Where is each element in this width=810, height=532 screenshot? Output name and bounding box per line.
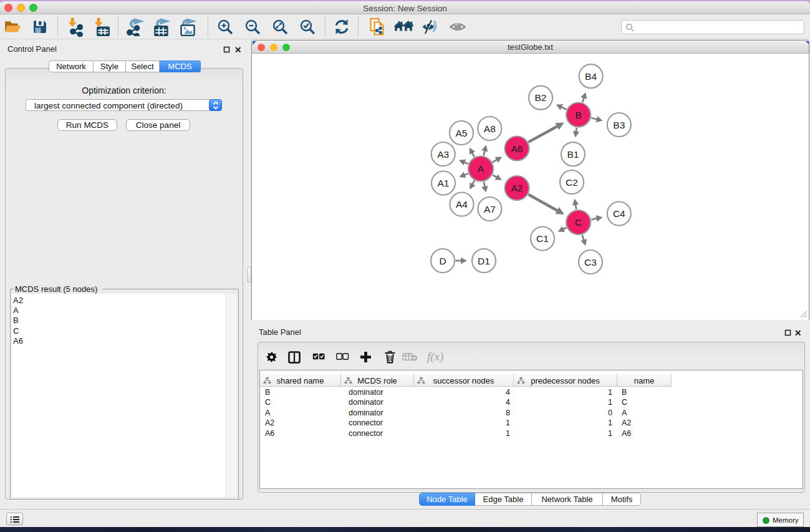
svg-text:A2: A2 — [511, 183, 523, 193]
svg-text:C1: C1 — [536, 233, 549, 244]
svg-text:A8: A8 — [484, 123, 496, 134]
svg-text:A: A — [478, 163, 485, 174]
svg-text:A7: A7 — [484, 204, 496, 215]
svg-text:C: C — [575, 217, 582, 228]
svg-text:A3: A3 — [437, 149, 449, 160]
svg-text:D: D — [439, 256, 446, 266]
svg-text:B: B — [575, 110, 581, 120]
svg-text:B2: B2 — [535, 92, 547, 103]
svg-text:B1: B1 — [567, 149, 579, 160]
svg-text:A6: A6 — [511, 143, 523, 154]
svg-text:D1: D1 — [478, 256, 490, 266]
svg-text:A1: A1 — [438, 178, 450, 188]
svg-text:C4: C4 — [613, 208, 625, 219]
svg-text:A4: A4 — [456, 199, 468, 210]
svg-text:C3: C3 — [584, 257, 597, 268]
svg-text:B3: B3 — [613, 120, 625, 130]
svg-text:A5: A5 — [456, 128, 468, 138]
svg-text:B4: B4 — [585, 71, 597, 82]
svg-text:C2: C2 — [566, 177, 578, 188]
